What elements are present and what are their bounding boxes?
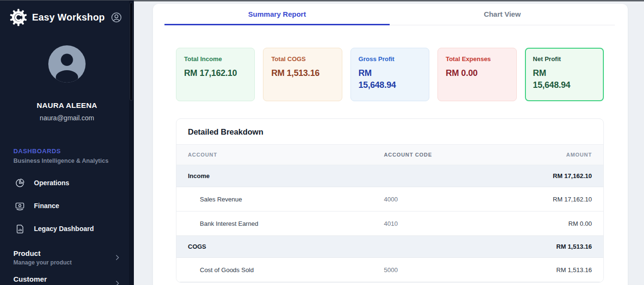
stat-value: RM 15,648.94 <box>359 67 408 91</box>
group-subtitle: Manage your product <box>13 259 113 266</box>
cell-code: 4000 <box>384 196 501 203</box>
tab-chart-view[interactable]: Chart View <box>390 4 615 25</box>
cell-account: Cost of Goods Sold <box>188 266 384 274</box>
sidebar-item-operations[interactable]: Operations <box>0 171 134 194</box>
cell-account: COGS <box>188 243 384 250</box>
tab-summary-report[interactable]: Summary Report <box>164 4 390 25</box>
stat-card-gross-profit: Gross Profit RM 15,648.94 <box>350 48 429 101</box>
sidebar-item-legacy-dashboard[interactable]: Legacy Dashboard <box>0 217 134 240</box>
cell-amount: RM 0.00 <box>501 220 592 227</box>
table-row-income: Income RM 17,162.10 <box>176 165 603 187</box>
user-avatar <box>48 45 86 83</box>
nav-label: Finance <box>34 202 59 210</box>
table-header-row: ACCOUNT ACCOUNT CODE AMOUNT <box>176 144 603 165</box>
cell-account: Bank Interest Earned <box>188 220 384 227</box>
nav-label: Legacy Dashboard <box>34 225 94 232</box>
sidebar-nav: Operations Finance Legacy Dashboard <box>0 171 134 240</box>
cell-amount: RM 17,162.10 <box>501 172 592 179</box>
stat-label: Gross Profit <box>359 55 421 63</box>
cash-icon <box>15 201 25 211</box>
stat-card-total-cogs: Total COGS RM 1,513.16 <box>263 48 342 101</box>
table-row-sales-revenue: Sales Revenue 4000 RM 17,162.10 <box>176 187 603 211</box>
cell-code: 5000 <box>384 266 501 274</box>
table-row-cogs: COGS RM 1,513.16 <box>176 236 603 258</box>
sidebar: Easy Workshop NAURA ALEENA naura@gmail.c… <box>0 0 134 285</box>
column-header-account-code: ACCOUNT CODE <box>384 152 501 158</box>
report-tabs: Summary Report Chart View <box>164 4 615 25</box>
detailed-breakdown-card: Detailed Breakdown ACCOUNT ACCOUNT CODE … <box>176 118 604 283</box>
user-email: naura@gmail.com <box>0 114 134 122</box>
stat-label: Total COGS <box>271 55 334 63</box>
sidebar-group-product[interactable]: Product Manage your product <box>0 249 134 266</box>
cell-amount: RM 1,513.16 <box>501 266 592 274</box>
chevron-right-icon <box>113 253 121 262</box>
group-title: Customer <box>13 275 113 283</box>
sidebar-section-dashboards: DASHBOARDS Business Intelligence & Analy… <box>0 148 134 164</box>
stat-card-total-expenses: Total Expenses RM 0.00 <box>437 48 516 101</box>
stat-label: Total Income <box>184 55 247 63</box>
stat-card-total-income: Total Income RM 17,162.10 <box>176 48 255 101</box>
stat-card-net-profit: Net Profit RM 15,648.94 <box>525 48 604 101</box>
account-circle-icon[interactable] <box>110 11 122 23</box>
breakdown-title: Detailed Breakdown <box>176 119 603 144</box>
cell-code: 4010 <box>384 220 501 227</box>
gear-logo-icon <box>10 9 27 26</box>
stat-value: RM 1,513.16 <box>271 67 334 79</box>
nav-label: Operations <box>34 179 69 187</box>
column-header-account: ACCOUNT <box>188 152 384 158</box>
cell-account: Income <box>188 172 384 179</box>
table-row-bank-interest: Bank Interest Earned 4010 RM 0.00 <box>176 211 603 236</box>
sidebar-scrollbar[interactable] <box>129 1 134 285</box>
stat-label: Total Expenses <box>446 55 508 63</box>
section-label: DASHBOARDS <box>13 148 120 155</box>
column-header-amount: AMOUNT <box>501 152 592 158</box>
app-title: Easy Workshop <box>32 12 105 23</box>
stat-value: RM 17,162.10 <box>184 67 247 79</box>
stat-value: RM 15,648.94 <box>533 67 583 91</box>
window-top-edge <box>134 0 644 1</box>
stat-cards-row: Total Income RM 17,162.10 Total COGS RM … <box>176 48 604 101</box>
main-content-card: Summary Report Chart View Total Income R… <box>153 4 628 285</box>
cell-amount: RM 17,162.10 <box>501 196 592 203</box>
sidebar-group-customer[interactable]: Customer Your customer database <box>0 275 134 285</box>
cell-account: Sales Revenue <box>188 196 384 203</box>
sidebar-item-finance[interactable]: Finance <box>0 194 134 217</box>
scrollbar-thumb[interactable] <box>130 2 133 101</box>
chevron-right-icon <box>113 279 121 285</box>
stat-value: RM 0.00 <box>446 67 508 79</box>
cell-amount: RM 1,513.16 <box>501 243 592 250</box>
table-row-cost-of-goods-sold: Cost of Goods Sold 5000 RM 1,513.16 <box>176 258 603 282</box>
brand-header: Easy Workshop <box>0 0 134 26</box>
group-title: Product <box>13 249 113 257</box>
document-chart-icon <box>15 224 25 234</box>
stat-label: Net Profit <box>533 55 596 63</box>
pie-chart-icon <box>15 178 25 188</box>
user-name: NAURA ALEENA <box>0 101 134 110</box>
section-subtitle: Business Intelligence & Analytics <box>13 158 120 164</box>
